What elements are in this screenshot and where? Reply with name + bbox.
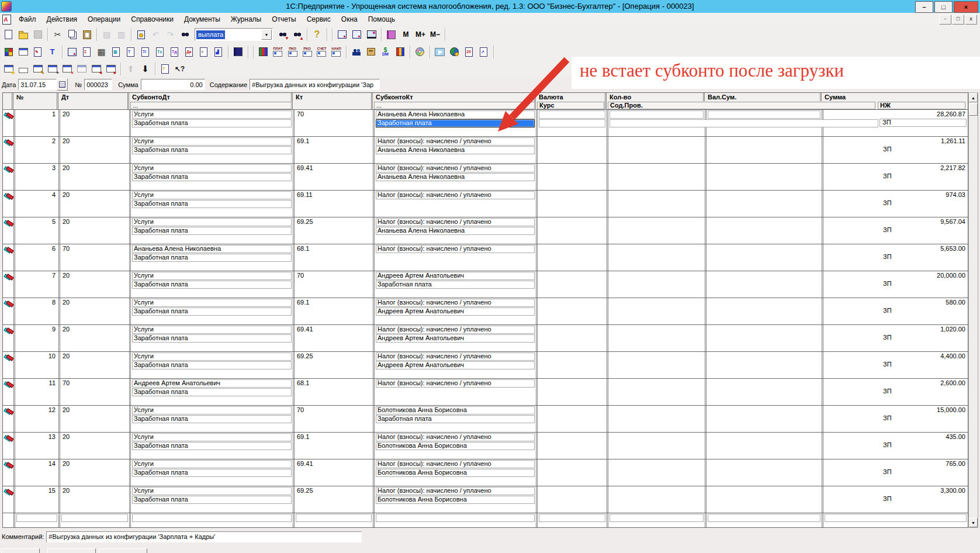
sum-cell[interactable]: 974.03ЗП xyxy=(822,191,968,217)
subconto-dt-line[interactable]: Заработная плата xyxy=(132,442,292,450)
subconto-kt-line[interactable]: Андреев Артем Анатольевич xyxy=(376,272,535,280)
qty-cell[interactable] xyxy=(607,486,705,513)
subconto-kt-cell[interactable]: Налог (взносы): начислено / уплаченоАндр… xyxy=(373,298,536,324)
subconto-kt-cell[interactable]: Налог (взносы): начислено / уплаченоБоло… xyxy=(373,459,536,486)
dt-cell[interactable]: 20 xyxy=(58,298,129,324)
content-input[interactable] xyxy=(250,79,380,90)
valsum-cell[interactable] xyxy=(705,433,822,459)
dt-cell[interactable]: 20 xyxy=(58,110,129,136)
checkerboard-icon[interactable]: ▦ xyxy=(94,45,109,59)
subconto-dt-line[interactable]: Заработная плата xyxy=(132,227,292,235)
cd-disc-icon[interactable] xyxy=(413,45,427,59)
qty-cell[interactable] xyxy=(607,217,705,244)
valsum-cell[interactable] xyxy=(705,298,822,324)
qty-cell[interactable] xyxy=(607,110,705,136)
sum-cell[interactable]: 5,653.00ЗП xyxy=(822,244,968,271)
subconto-kt-cell[interactable]: Болотникова Анна БорисовнаЗаработная пла… xyxy=(373,406,536,432)
qty-cell[interactable] xyxy=(607,406,705,432)
posting-row-13[interactable]: 1320УслугиЗаработная плата69.1Налог (взн… xyxy=(3,433,968,459)
mail-dove-icon[interactable] xyxy=(432,45,447,59)
date-input[interactable] xyxy=(18,79,57,90)
posting-row-9[interactable]: 920УслугиЗаработная плата69.41Налог (взн… xyxy=(3,325,968,352)
subconto-dt-line[interactable]: Услуги xyxy=(132,433,292,441)
empty-box[interactable] xyxy=(376,514,535,522)
journal-columns-icon[interactable]: ▥ xyxy=(109,45,123,59)
employees-icon[interactable] xyxy=(349,45,363,59)
currency-cell[interactable] xyxy=(536,110,607,136)
subconto-dt-cell[interactable]: УслугиЗаработная плата xyxy=(129,110,293,136)
kt-cell[interactable]: 70 xyxy=(293,110,373,136)
vertical-scrollbar[interactable]: ▲ ▼ xyxy=(968,92,978,528)
sod-prov-box[interactable] xyxy=(610,119,878,127)
footer-button-1[interactable] xyxy=(1,548,40,553)
posting-row-7[interactable]: 720УслугиЗаработная плата70Андреев Артем… xyxy=(3,271,968,298)
find-prev-icon[interactable]: ▲ xyxy=(290,27,304,42)
kt-cell[interactable]: 69.25 xyxy=(293,352,373,378)
paste-icon[interactable] xyxy=(79,27,94,42)
empty-row[interactable] xyxy=(3,513,968,527)
subconto-dt-line[interactable]: Услуги xyxy=(132,164,292,172)
currency-cell[interactable] xyxy=(536,486,607,513)
subconto-kt-line[interactable]: Ананьева Алена Николаевна xyxy=(376,173,535,181)
currency-cell[interactable] xyxy=(536,217,607,244)
notebook-icon[interactable] xyxy=(384,27,399,42)
subconto-dt-cell[interactable]: Ананьева Алена НиколаевнаЗаработная плат… xyxy=(129,244,293,271)
menu-item-4[interactable]: Документы xyxy=(179,13,226,25)
subconto-dt-cell[interactable]: УслугиЗаработная плата xyxy=(129,164,293,190)
subconto-kt-line[interactable]: Ананьева Алена Николаевна xyxy=(376,227,535,235)
num-cell[interactable]: 9 xyxy=(13,325,58,351)
qty-cell[interactable] xyxy=(607,325,705,351)
kt-cell[interactable]: 68.1 xyxy=(293,244,373,271)
dt-cell[interactable]: 70 xyxy=(58,244,129,271)
subconto-dt-line[interactable]: Заработная плата xyxy=(132,415,292,423)
valsum-cell[interactable] xyxy=(705,325,822,351)
mdi-restore-button[interactable]: □ xyxy=(952,15,964,25)
save-icon[interactable] xyxy=(30,27,45,42)
valsum-box[interactable] xyxy=(708,110,820,119)
subconto-dt-cell[interactable]: УслугиЗаработная плата xyxy=(129,459,293,486)
sum-cell[interactable]: 1,020.00ЗП xyxy=(822,325,968,351)
dt-cell[interactable]: 20 xyxy=(58,486,129,513)
kurs-box[interactable] xyxy=(539,119,605,127)
subconto-dt-line[interactable]: Услуги xyxy=(132,191,292,199)
schet-icon[interactable]: СЧЕТ xyxy=(314,45,329,59)
num-cell[interactable]: 4 xyxy=(13,191,58,217)
subconto-kt-line[interactable]: Налог (взносы): начислено / уплачено xyxy=(376,326,535,334)
move-column-right-icon[interactable]: ► xyxy=(103,62,118,76)
subconto-kt-line[interactable]: Андреев Артем Анатольевич xyxy=(376,334,535,343)
num-cell[interactable]: 8 xyxy=(13,298,58,324)
subconto-kt-cell[interactable]: Налог (взносы): начислено / уплаченоАндр… xyxy=(373,352,536,378)
subconto-dt-line[interactable]: Услуги xyxy=(132,110,292,119)
subconto-kt-line[interactable]: Андреев Артем Анатольевич xyxy=(376,307,535,316)
organizer-icon[interactable] xyxy=(363,45,378,59)
kt-cell[interactable]: 69.1 xyxy=(293,137,373,163)
subconto-dt-line[interactable]: Заработная плата xyxy=(132,200,292,208)
subconto-kt-cell[interactable]: Налог (взносы): начислено / уплаченоАнан… xyxy=(373,164,536,190)
find-next-icon[interactable]: ▼ xyxy=(275,27,290,42)
menu-item-8[interactable]: Окна xyxy=(336,13,363,25)
scroll-down-button[interactable]: ▼ xyxy=(969,518,978,527)
move-up-icon[interactable]: ⬆ xyxy=(123,62,138,76)
kt-cell[interactable]: 69.11 xyxy=(293,191,373,217)
subconto-dt-cell[interactable]: УслугиЗаработная плата xyxy=(129,298,293,324)
posting-row-14[interactable]: 1420УслугиЗаработная плата69.41Налог (вз… xyxy=(3,459,968,486)
subconto-dt-cell[interactable]: УслугиЗаработная плата xyxy=(129,271,293,298)
combobox-dropdown-button[interactable]: ▼ xyxy=(261,29,272,40)
print-icon[interactable]: ▤ xyxy=(99,27,114,42)
subconto-kt-cell[interactable]: Налог (взносы): начислено / уплаченоБоло… xyxy=(373,433,536,459)
num-cell[interactable]: 6 xyxy=(13,244,58,271)
nj-marker[interactable]: ЗП xyxy=(880,468,968,476)
report-chart-icon[interactable]: ▟ xyxy=(211,45,226,59)
delete-row-icon[interactable]: × xyxy=(60,62,74,76)
valsum-cell[interactable] xyxy=(705,217,822,244)
journal-icon[interactable] xyxy=(65,45,79,59)
move-column-left-icon[interactable]: ◄ xyxy=(89,62,103,76)
nj-marker[interactable]: ЗП xyxy=(880,146,968,154)
num-cell[interactable]: 12 xyxy=(13,406,58,432)
subconto-dt-line[interactable]: Заработная плата xyxy=(132,469,292,477)
subconto-dt-cell[interactable]: УслугиЗаработная плата xyxy=(129,191,293,217)
internet-globe-icon[interactable] xyxy=(447,45,462,59)
subconto-kt-line[interactable]: Андреев Артем Анатольевич xyxy=(376,361,535,369)
sum-cell[interactable]: 9,567.04ЗП xyxy=(822,217,968,244)
subconto-dt-cell[interactable]: УслугиЗаработная плата xyxy=(129,486,293,513)
